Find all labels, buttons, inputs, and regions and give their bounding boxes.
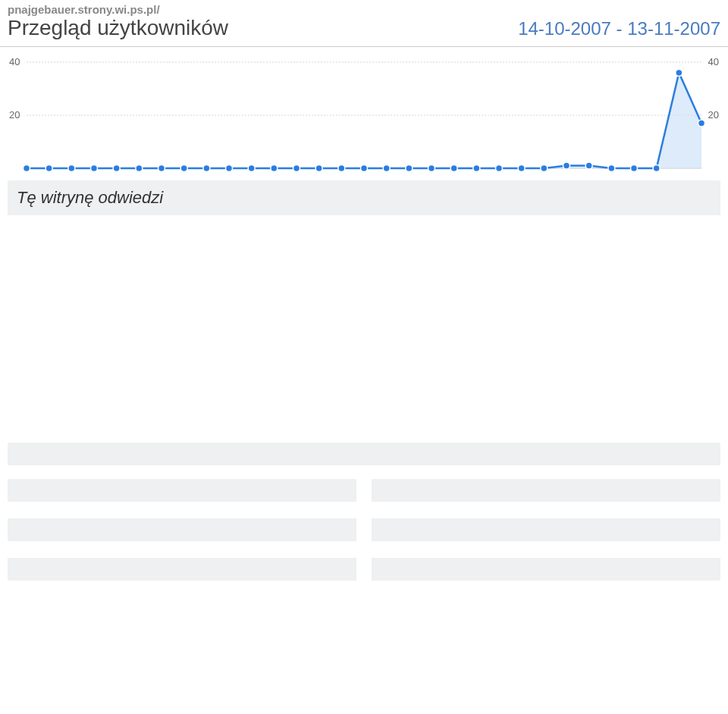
svg-point-30	[631, 165, 638, 172]
svg-point-22	[450, 165, 457, 172]
svg-point-23	[473, 165, 480, 172]
page-title: Przegląd użytkowników	[8, 16, 228, 40]
svg-point-14	[271, 165, 278, 172]
svg-point-19	[383, 165, 390, 172]
placeholder-col-right	[372, 558, 720, 581]
svg-point-15	[293, 165, 300, 172]
y-tick-label: 40	[9, 56, 20, 67]
svg-point-21	[428, 165, 435, 172]
svg-point-5	[68, 165, 75, 172]
svg-point-17	[338, 165, 345, 172]
svg-point-13	[248, 165, 255, 172]
svg-point-8	[136, 165, 143, 172]
svg-point-24	[496, 165, 503, 172]
placeholder-col-left	[8, 558, 356, 581]
svg-point-25	[518, 165, 525, 172]
svg-point-4	[46, 165, 52, 172]
summary-text: Tę witrynę odwiedzi	[17, 188, 163, 207]
svg-point-16	[315, 165, 322, 172]
svg-point-7	[113, 165, 120, 172]
svg-point-11	[203, 165, 210, 172]
svg-point-31	[653, 165, 660, 172]
svg-point-20	[406, 165, 413, 172]
svg-point-27	[563, 162, 570, 169]
svg-point-29	[608, 165, 615, 172]
svg-point-12	[226, 165, 233, 172]
svg-point-6	[91, 165, 98, 172]
y-tick-label: 20	[708, 109, 719, 121]
svg-point-18	[361, 165, 368, 172]
svg-point-9	[158, 165, 165, 172]
date-range: 14-10-2007 - 13-11-2007	[518, 18, 720, 39]
summary-bar: Tę witrynę odwiedzi	[8, 180, 720, 215]
y-tick-label: 20	[9, 109, 20, 121]
svg-point-33	[698, 120, 705, 127]
svg-point-26	[541, 165, 548, 172]
y-tick-label: 40	[708, 56, 719, 67]
placeholder-col-right	[372, 518, 720, 541]
visitors-chart: 20204040	[8, 55, 720, 176]
placeholder-bar	[8, 443, 720, 465]
svg-point-28	[585, 162, 592, 169]
placeholder-col-left	[8, 518, 356, 541]
placeholder-col-right	[372, 479, 720, 502]
svg-point-3	[24, 165, 30, 172]
svg-point-32	[676, 70, 682, 77]
breadcrumb: pnajgebauer.strony.wi.ps.pl/	[8, 3, 720, 16]
svg-point-10	[180, 165, 187, 172]
placeholder-col-left	[8, 479, 356, 502]
